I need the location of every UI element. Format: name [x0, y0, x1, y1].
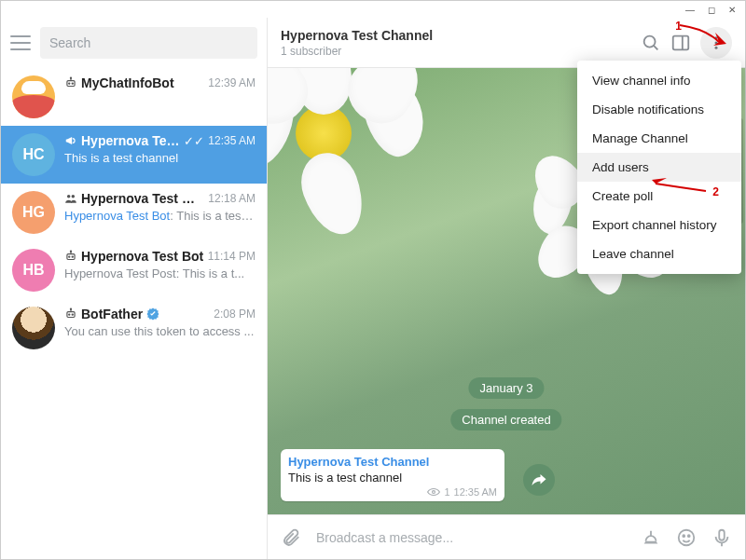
attach-button[interactable]	[281, 527, 301, 548]
emoji-button[interactable]	[676, 527, 697, 548]
service-message: Channel created	[450, 409, 561, 430]
read-check-icon: ✓✓	[184, 134, 204, 148]
chat-list-item[interactable]: HG Hypernova Test Gr... 12:18 AM Hyperno…	[1, 184, 267, 241]
chat-time: 12:35 AM	[208, 134, 256, 147]
svg-point-11	[72, 256, 73, 257]
chat-time: 12:39 AM	[208, 76, 256, 89]
search-input[interactable]	[40, 27, 257, 59]
svg-point-24	[433, 491, 435, 494]
svg-point-15	[69, 314, 70, 315]
search-in-chat-button[interactable]	[641, 33, 661, 53]
window-close-button[interactable]: ✕	[728, 5, 736, 15]
menu-item-view-info[interactable]: View channel info	[577, 66, 741, 95]
svg-point-4	[72, 83, 73, 84]
menu-item-create-poll[interactable]: Create poll	[577, 182, 741, 211]
window-minimize-button[interactable]: —	[685, 5, 695, 15]
svg-point-27	[683, 535, 684, 537]
svg-point-10	[69, 256, 70, 257]
menu-item-export-history[interactable]: Export channel history	[577, 211, 741, 239]
chat-subtitle: 1 subscriber	[281, 45, 631, 58]
svg-point-26	[679, 529, 695, 545]
chat-title-block[interactable]: Hypernova Test Channel 1 subscriber	[281, 28, 631, 58]
verified-icon	[146, 307, 159, 321]
svg-rect-19	[673, 35, 689, 49]
chat-time: 12:18 AM	[208, 192, 256, 205]
avatar	[12, 307, 55, 349]
main-panel: Hypernova Test Channel 1 subscriber	[268, 18, 745, 559]
message-sender: Hypernova Test Channel	[288, 455, 497, 469]
chat-preview: Hypernova Test Bot: This is a test ...	[64, 209, 256, 223]
svg-point-2	[70, 77, 71, 78]
svg-point-3	[69, 83, 70, 84]
share-button[interactable]	[523, 464, 555, 496]
chat-name: BotFather	[81, 307, 143, 321]
app-window: — ◻ ✕	[0, 0, 746, 560]
group-icon	[64, 192, 77, 205]
chat-name: MyChatInfoBot	[81, 75, 204, 90]
chat-preview: This is a test channel	[64, 151, 256, 165]
app-body: MyChatInfoBot 12:39 AM HC	[1, 18, 745, 559]
chat-name: Hypernova Tes...	[81, 133, 180, 148]
chat-list-item[interactable]: HC Hypernova Tes... ✓✓ 12:35 AM This is …	[1, 126, 267, 184]
chat-list-item[interactable]: MyChatInfoBot 12:39 AM	[1, 68, 267, 126]
window-maximize-button[interactable]: ◻	[708, 5, 715, 15]
chat-list-item[interactable]: BotFather 2:08 PM You can use this token…	[1, 299, 267, 357]
sidebar-toggle-button[interactable]	[670, 33, 691, 53]
avatar: HG	[12, 191, 55, 234]
svg-rect-29	[719, 529, 725, 540]
message-time: 12:35 AM	[454, 486, 497, 498]
chat-name: Hypernova Test Bot	[81, 249, 204, 264]
chat-title: Hypernova Test Channel	[281, 28, 631, 43]
chat-preview	[64, 93, 256, 107]
composer	[268, 514, 745, 559]
mute-toggle-button[interactable]	[641, 527, 661, 548]
avatar	[12, 75, 55, 118]
avatar: HB	[12, 249, 55, 292]
more-options-menu: View channel info Disable notifications …	[577, 61, 741, 274]
svg-point-28	[688, 535, 690, 537]
voice-message-button[interactable]	[711, 527, 732, 548]
menu-item-leave-channel[interactable]: Leave channel	[577, 239, 741, 268]
bot-icon	[64, 76, 77, 89]
chat-list-item[interactable]: HB Hypernova Test Bot 11:14 PM Hypernova…	[1, 241, 267, 299]
avatar: HC	[12, 133, 55, 176]
menu-item-add-users[interactable]: Add users	[577, 153, 741, 182]
more-options-button[interactable]	[700, 27, 732, 59]
message-meta: 1 12:35 AM	[288, 486, 497, 498]
svg-point-6	[72, 195, 76, 198]
sidebar: MyChatInfoBot 12:39 AM HC	[1, 18, 268, 559]
chat-list[interactable]: MyChatInfoBot 12:39 AM HC	[1, 68, 267, 559]
chat-preview: Hypernova Test Post: This is a t...	[64, 266, 256, 280]
eye-icon	[427, 487, 440, 497]
titlebar: — ◻ ✕	[1, 1, 745, 18]
svg-point-9	[70, 251, 71, 252]
chat-name: Hypernova Test Gr...	[81, 191, 204, 206]
message-bubble[interactable]: Hypernova Test Channel This is a test ch…	[281, 449, 504, 501]
chat-time: 2:08 PM	[214, 307, 256, 321]
hamburger-menu-button[interactable]	[10, 35, 31, 50]
chat-preview: You can use this token to access ...	[64, 324, 256, 338]
date-badge: January 3	[468, 377, 544, 399]
bot-icon	[64, 307, 77, 321]
chat-time: 11:14 PM	[208, 250, 256, 263]
megaphone-icon	[64, 134, 77, 147]
menu-item-disable-notifications[interactable]: Disable notifications	[577, 95, 741, 124]
bot-icon	[64, 250, 77, 263]
svg-point-16	[72, 314, 73, 315]
svg-point-17	[644, 35, 656, 47]
svg-point-21	[715, 36, 718, 39]
svg-line-18	[654, 45, 657, 48]
svg-point-22	[715, 41, 718, 44]
svg-point-14	[70, 308, 71, 309]
message-input[interactable]	[316, 529, 626, 546]
message-views: 1	[444, 486, 449, 498]
svg-point-23	[715, 46, 718, 48]
message-text: This is a test channel	[288, 471, 497, 485]
menu-item-manage-channel[interactable]: Manage Channel	[577, 124, 741, 153]
svg-point-5	[67, 195, 71, 198]
